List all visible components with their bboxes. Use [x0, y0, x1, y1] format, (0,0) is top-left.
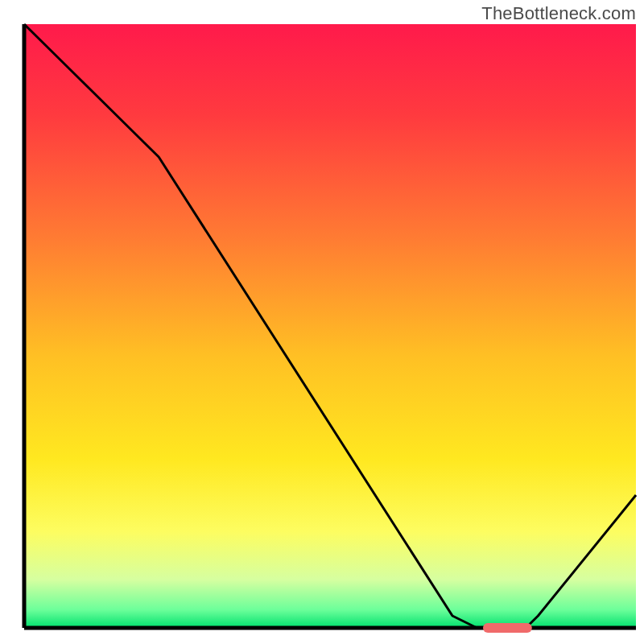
bottleneck-chart — [0, 0, 644, 644]
optimal-zone-marker — [483, 623, 532, 633]
chart-frame: TheBottleneck.com — [0, 0, 644, 644]
